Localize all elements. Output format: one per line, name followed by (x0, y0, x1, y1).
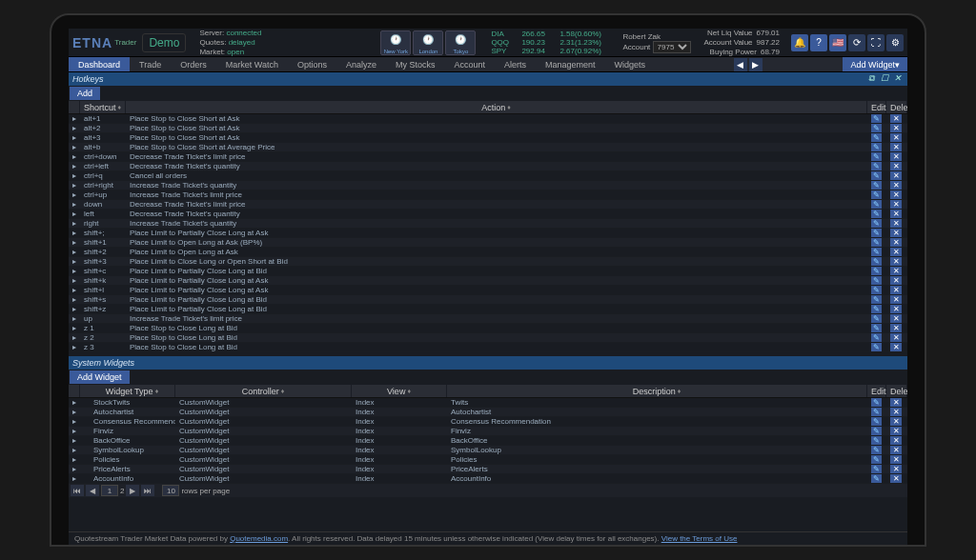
edit-icon[interactable]: ✎ (871, 238, 882, 247)
add-widget-dropdown[interactable]: Add Widget ▾ (843, 57, 907, 71)
edit-icon[interactable]: ✎ (871, 190, 882, 199)
pager-size-input[interactable] (162, 485, 179, 496)
refresh-icon[interactable]: ⟳ (848, 34, 865, 51)
expand-icon[interactable]: ▸ (69, 257, 80, 266)
edit-icon[interactable]: ✎ (871, 219, 882, 228)
delete-icon[interactable]: ✕ (890, 324, 902, 332)
edit-icon[interactable]: ✎ (871, 465, 882, 473)
expand-icon[interactable]: ▸ (69, 295, 80, 304)
tab-my-stocks[interactable]: My Stocks (386, 57, 445, 71)
delete-icon[interactable]: ✕ (890, 238, 902, 247)
delete-icon[interactable]: ✕ (890, 314, 902, 323)
expand-icon[interactable]: ▸ (69, 286, 80, 294)
delete-icon[interactable]: ✕ (890, 171, 902, 180)
delete-icon[interactable]: ✕ (890, 474, 902, 483)
edit-icon[interactable]: ✎ (871, 171, 882, 180)
tab-market-watch[interactable]: Market Watch (216, 57, 288, 71)
hotkeys-add-button[interactable]: Add (70, 87, 100, 100)
edit-icon[interactable]: ✎ (871, 133, 882, 142)
delete-icon[interactable]: ✕ (890, 133, 902, 142)
expand-icon[interactable]: ▸ (69, 314, 80, 323)
col-description[interactable]: Description♦ (447, 385, 867, 397)
tab-widgets[interactable]: Widgets (605, 57, 656, 71)
flag-icon[interactable]: 🇺🇸 (829, 34, 846, 51)
expand-icon[interactable]: ▸ (69, 465, 80, 473)
delete-icon[interactable]: ✕ (890, 333, 902, 342)
edit-icon[interactable]: ✎ (871, 305, 882, 313)
tabs-prev-icon[interactable]: ◀ (734, 58, 747, 71)
tab-alerts[interactable]: Alerts (495, 57, 536, 71)
expand-icon[interactable]: ▸ (69, 427, 80, 435)
delete-icon[interactable]: ✕ (890, 455, 902, 464)
delete-icon[interactable]: ✕ (890, 417, 902, 426)
pager-first-icon[interactable]: ⏮ (71, 485, 84, 496)
footer-link-terms[interactable]: View the Terms of Use (661, 534, 738, 543)
pager-prev-icon[interactable]: ◀ (86, 485, 99, 496)
expand-icon[interactable]: ▸ (69, 133, 80, 142)
delete-icon[interactable]: ✕ (890, 286, 902, 294)
expand-icon[interactable]: ▸ (69, 436, 80, 445)
panel-close-icon[interactable]: ✕ (892, 73, 904, 85)
edit-icon[interactable]: ✎ (871, 436, 882, 445)
edit-icon[interactable]: ✎ (871, 417, 882, 426)
expand-icon[interactable]: ▸ (69, 238, 80, 247)
expand-icon[interactable]: ▸ (69, 171, 80, 180)
delete-icon[interactable]: ✕ (890, 408, 902, 416)
edit-icon[interactable]: ✎ (871, 248, 882, 256)
edit-icon[interactable]: ✎ (871, 124, 882, 132)
expand-icon[interactable]: ▸ (69, 152, 80, 161)
delete-icon[interactable]: ✕ (890, 190, 902, 199)
edit-icon[interactable]: ✎ (871, 286, 882, 294)
delete-icon[interactable]: ✕ (890, 229, 902, 237)
expand-icon[interactable]: ▸ (69, 162, 80, 170)
col-action[interactable]: Action♦ (126, 101, 867, 113)
delete-icon[interactable]: ✕ (890, 305, 902, 313)
expand-icon[interactable]: ▸ (69, 276, 80, 285)
expand-icon[interactable]: ▸ (69, 305, 80, 313)
expand-icon[interactable]: ▸ (69, 333, 80, 342)
edit-icon[interactable]: ✎ (871, 143, 882, 151)
delete-icon[interactable]: ✕ (890, 181, 902, 190)
edit-icon[interactable]: ✎ (871, 162, 882, 170)
edit-icon[interactable]: ✎ (871, 295, 882, 304)
tab-analyze[interactable]: Analyze (336, 57, 386, 71)
expand-icon[interactable]: ▸ (69, 267, 80, 275)
delete-icon[interactable]: ✕ (890, 436, 902, 445)
edit-icon[interactable]: ✎ (871, 114, 882, 123)
expand-icon[interactable]: ▸ (69, 446, 80, 454)
account-select[interactable]: 7975 (653, 41, 691, 53)
col-controller[interactable]: Controller♦ (175, 385, 352, 397)
delete-icon[interactable]: ✕ (890, 343, 902, 351)
delete-icon[interactable]: ✕ (890, 267, 902, 275)
delete-icon[interactable]: ✕ (890, 295, 902, 304)
edit-icon[interactable]: ✎ (871, 229, 882, 237)
col-view[interactable]: View♦ (352, 385, 447, 397)
delete-icon[interactable]: ✕ (890, 427, 902, 435)
tab-account[interactable]: Account (445, 57, 496, 71)
edit-icon[interactable]: ✎ (871, 333, 882, 342)
tabs-next-icon[interactable]: ▶ (749, 58, 762, 71)
panel-popout-icon[interactable]: ⧉ (865, 73, 877, 85)
footer-link-quotemedia[interactable]: Quotemedia.com (230, 534, 288, 543)
edit-icon[interactable]: ✎ (871, 398, 882, 407)
edit-icon[interactable]: ✎ (871, 181, 882, 190)
tab-dashboard[interactable]: Dashboard (69, 57, 130, 71)
edit-icon[interactable]: ✎ (871, 324, 882, 332)
edit-icon[interactable]: ✎ (871, 474, 882, 483)
expand-icon[interactable]: ▸ (69, 343, 80, 351)
expand-icon[interactable]: ▸ (69, 143, 80, 151)
expand-icon[interactable]: ▸ (69, 114, 80, 123)
expand-icon[interactable]: ▸ (69, 210, 80, 218)
expand-icon[interactable]: ▸ (69, 229, 80, 237)
edit-icon[interactable]: ✎ (871, 210, 882, 218)
col-widget-type[interactable]: Widget Type♦ (80, 385, 175, 397)
expand-icon[interactable]: ▸ (69, 408, 80, 416)
pager-last-icon[interactable]: ⏭ (141, 485, 154, 496)
delete-icon[interactable]: ✕ (890, 398, 902, 407)
expand-icon[interactable]: ▸ (69, 474, 80, 483)
expand-icon[interactable]: ▸ (69, 190, 80, 199)
tab-trade[interactable]: Trade (130, 57, 171, 71)
delete-icon[interactable]: ✕ (890, 446, 902, 454)
pager-next-icon[interactable]: ▶ (126, 485, 139, 496)
expand-icon[interactable]: ▸ (69, 417, 80, 426)
